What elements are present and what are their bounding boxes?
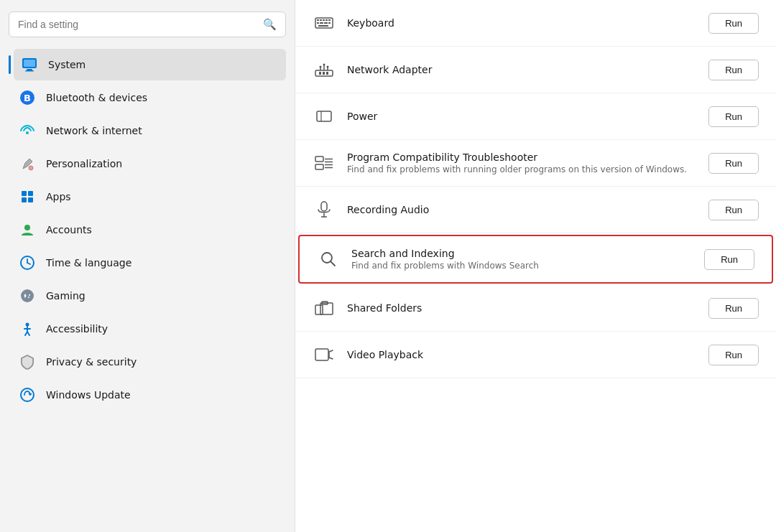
svg-line-58 [331, 261, 335, 266]
power-icon [313, 105, 336, 128]
paint-icon [19, 155, 36, 172]
run-button-program-compat[interactable]: Run [708, 153, 759, 174]
troubleshooter-recording-audio: Recording Audio Run [295, 187, 776, 233]
troubleshooter-shared-folders: Shared Folders Run [295, 285, 776, 332]
troubleshooter-power-title: Power [347, 111, 697, 122]
search-input[interactable] [18, 19, 257, 30]
svg-rect-8 [22, 191, 27, 196]
svg-rect-49 [315, 164, 323, 169]
svg-rect-33 [324, 22, 328, 24]
troubleshooter-video-playback: Video Playback Run [295, 332, 776, 378]
troubleshooter-search-indexing-desc: Find and fix problems with Windows Searc… [351, 261, 693, 271]
monitor-icon [21, 56, 38, 73]
sidebar-item-personalization[interactable]: Personalization [9, 148, 286, 179]
accessibility-icon [19, 320, 36, 337]
svg-point-24 [21, 388, 34, 401]
apps-icon [19, 188, 36, 205]
troubleshooter-shared-folders-info: Shared Folders [347, 302, 697, 314]
svg-point-16 [21, 289, 34, 302]
troubleshooter-search-indexing-info: Search and Indexing Find and fix problem… [351, 248, 693, 271]
video-playback-icon [313, 343, 336, 366]
svg-rect-59 [315, 305, 323, 314]
run-button-search-indexing[interactable]: Run [704, 249, 754, 270]
svg-rect-26 [317, 19, 319, 21]
svg-line-15 [27, 263, 30, 264]
svg-line-23 [27, 332, 29, 335]
sidebar-item-gaming[interactable]: Gaming [9, 280, 286, 312]
troubleshooter-recording-audio-info: Recording Audio [347, 204, 697, 215]
bluetooth-icon: B [19, 89, 36, 106]
svg-point-43 [320, 66, 322, 68]
svg-text:B: B [24, 93, 31, 103]
sidebar-label-bluetooth: Bluetooth & devices [46, 92, 147, 103]
sidebar-item-apps[interactable]: Apps [9, 181, 286, 213]
sidebar-item-accessibility[interactable]: Accessibility [9, 313, 286, 345]
sidebar-item-system[interactable]: System [9, 49, 286, 80]
sidebar-item-privacy[interactable]: Privacy & security [9, 346, 286, 378]
run-button-power[interactable]: Run [708, 106, 759, 127]
troubleshooter-keyboard-title: Keyboard [347, 17, 697, 29]
sidebar-label-system: System [48, 59, 86, 70]
svg-rect-32 [320, 22, 323, 24]
svg-rect-46 [317, 111, 331, 121]
troubleshooter-video-playback-info: Video Playback [347, 349, 697, 360]
svg-point-6 [26, 131, 29, 134]
sidebar-item-network[interactable]: Network & internet [9, 115, 286, 146]
troubleshooter-power: Power Run [295, 93, 776, 140]
time-icon [19, 254, 36, 271]
troubleshooter-network-adapter: Network Adapter Run [295, 47, 776, 93]
recording-audio-icon [313, 198, 336, 221]
svg-rect-38 [323, 72, 325, 75]
troubleshooter-keyboard-info: Keyboard [347, 17, 697, 29]
svg-rect-1 [24, 60, 35, 67]
svg-rect-2 [27, 69, 32, 70]
network-icon [19, 122, 36, 139]
svg-point-18 [28, 297, 29, 298]
main-content: Keyboard Run N [295, 0, 776, 532]
sidebar-label-gaming: Gaming [46, 290, 86, 302]
svg-point-19 [26, 323, 29, 327]
troubleshooter-video-playback-title: Video Playback [347, 349, 697, 360]
run-button-keyboard[interactable]: Run [708, 13, 759, 34]
troubleshooter-program-compat-desc: Find and fix problems with running older… [347, 164, 697, 174]
svg-rect-54 [321, 202, 327, 211]
run-button-network-adapter[interactable]: Run [708, 60, 759, 80]
svg-point-7 [29, 166, 33, 170]
svg-rect-34 [328, 22, 331, 24]
svg-rect-48 [315, 157, 323, 162]
svg-line-64 [329, 358, 333, 359]
svg-rect-29 [325, 19, 328, 21]
search-indexing-icon [317, 248, 340, 271]
sidebar-label-time: Time & language [46, 257, 131, 269]
run-button-shared-folders[interactable]: Run [708, 298, 759, 319]
sidebar-label-apps: Apps [46, 191, 71, 202]
troubleshooter-shared-folders-title: Shared Folders [347, 302, 697, 314]
troubleshooter-program-compat-info: Program Compatibility Troubleshooter Fin… [347, 151, 697, 174]
sidebar-label-privacy: Privacy & security [46, 356, 137, 368]
troubleshooter-network-adapter-info: Network Adapter [347, 64, 697, 75]
troubleshooter-keyboard: Keyboard Run [295, 0, 776, 47]
svg-rect-31 [317, 22, 319, 24]
troubleshooter-program-compat: Program Compatibility Troubleshooter Fin… [295, 140, 776, 187]
svg-rect-10 [22, 197, 27, 202]
svg-rect-39 [326, 72, 328, 75]
sidebar-label-accessibility: Accessibility [46, 323, 108, 335]
svg-rect-35 [318, 25, 328, 27]
troubleshooter-search-indexing-title: Search and Indexing [351, 248, 693, 259]
svg-point-17 [29, 294, 30, 296]
run-button-recording-audio[interactable]: Run [708, 200, 759, 220]
troubleshooter-search-indexing: Search and Indexing Find and fix problem… [298, 235, 773, 284]
sidebar-item-update[interactable]: Windows Update [9, 379, 286, 411]
sidebar-item-bluetooth[interactable]: B Bluetooth & devices [9, 82, 286, 113]
svg-rect-28 [323, 19, 325, 21]
svg-rect-27 [320, 19, 322, 21]
search-box[interactable]: 🔍 [9, 11, 286, 37]
svg-rect-3 [25, 70, 34, 72]
svg-line-63 [329, 350, 333, 352]
run-button-video-playback[interactable]: Run [708, 345, 759, 365]
sidebar-item-time[interactable]: Time & language [9, 247, 286, 279]
sidebar-label-network: Network & internet [46, 125, 142, 136]
svg-rect-37 [319, 72, 321, 75]
sidebar-item-accounts[interactable]: Accounts [9, 214, 286, 246]
svg-rect-9 [28, 191, 33, 196]
